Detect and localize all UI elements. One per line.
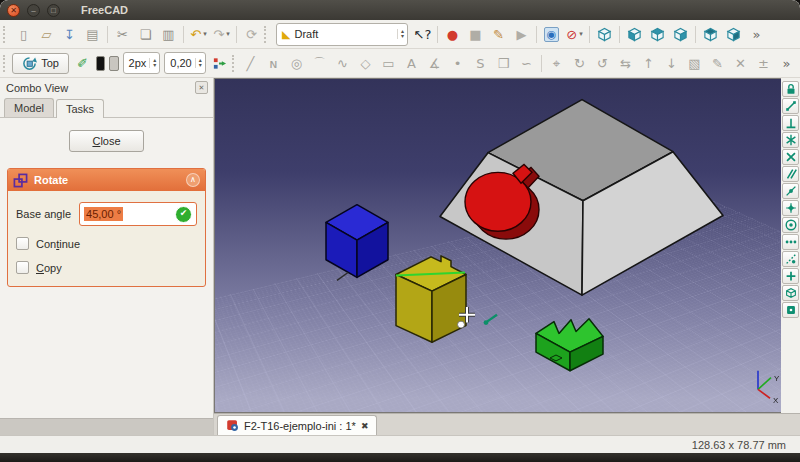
draft-rotate-icon[interactable]: ↻ [568,52,591,74]
snap-near-icon[interactable] [782,251,799,267]
draft-upgrade-icon[interactable]: ↑ [637,52,660,74]
snap-endpoint-icon[interactable] [782,98,799,114]
draft-polygon-icon[interactable]: ◇ [354,52,377,74]
top-view-icon[interactable] [646,23,669,45]
macro-record-icon[interactable]: ● [441,23,464,45]
line-color-swatch[interactable] [96,56,105,71]
refresh-icon[interactable]: ⟳ [240,23,263,45]
draft-text-icon[interactable]: A [400,52,423,74]
draft-shapestring-icon[interactable]: S [469,52,492,74]
dropdown-arrow-icon[interactable]: ▾ [203,30,207,38]
draft-bezier-icon[interactable]: ∽ [515,52,538,74]
rear-view-icon[interactable] [699,23,722,45]
apply-style-button[interactable] [208,52,231,74]
window-close-button[interactable]: ✕ [7,4,20,17]
toolbar-overflow-icon[interactable]: » [745,23,768,45]
toolbar-handle[interactable] [264,26,270,43]
macro-edit-icon[interactable]: ✎ [487,23,510,45]
panel-close-icon[interactable]: ✕ [195,81,208,94]
dropdown-arrow-icon[interactable]: ▾ [226,30,230,38]
draft-line-icon[interactable]: ╱ [239,52,262,74]
object-green-shape[interactable] [536,319,603,371]
toolbar-handle[interactable] [232,55,236,72]
draft-edit-icon[interactable]: ✎ [706,52,729,74]
line-width-spinner[interactable]: ▴ ▾ [149,58,156,68]
base-angle-input[interactable]: 45,00 ° ✔ [79,202,197,226]
spin-down-icon[interactable]: ▾ [199,63,202,68]
draft-downgrade-icon[interactable]: ↓ [660,52,683,74]
combo-spinner[interactable]: ▴ ▾ [397,29,404,39]
construction-mode-button[interactable]: ✐ [71,52,94,74]
face-color-swatch[interactable] [109,56,118,71]
continue-checkbox[interactable] [16,237,29,250]
toolbar-handle[interactable] [3,26,9,43]
object-yellow-cube[interactable] [396,256,466,342]
draft-bspline-icon[interactable]: ∿ [331,52,354,74]
draft-rectangle-icon[interactable]: ▭ [377,52,400,74]
draft-circle-icon[interactable]: ◎ [285,52,308,74]
draft-offset-icon[interactable]: ↺ [591,52,614,74]
cut-icon[interactable]: ✂ [111,23,134,45]
toolbar-overflow-icon[interactable]: » [775,52,798,74]
tab-tasks[interactable]: Tasks [56,99,104,118]
snap-workingplane-icon[interactable] [782,285,799,301]
draft-move-icon[interactable]: ⌖ [545,52,568,74]
window-minimize-button[interactable]: – [27,4,40,17]
draft-point-icon[interactable]: • [446,52,469,74]
scale-spinbox[interactable]: 0,20 ▴ ▾ [164,52,205,74]
draft-trimex-icon[interactable]: ⇆ [614,52,637,74]
selection-view-icon[interactable]: ◉ [540,23,563,45]
snap-angle-icon[interactable] [782,132,799,148]
axonometric-view-icon[interactable] [593,23,616,45]
document-tab[interactable]: F2-T16-ejemplo-ini : 1* ✖ [217,415,377,435]
redo-icon[interactable]: ↷▾ [210,23,233,45]
tab-model[interactable]: Model [4,98,54,117]
snap-parallel-icon[interactable] [782,166,799,182]
save-icon[interactable]: ↧ [58,23,81,45]
dropdown-arrow-icon[interactable]: ▾ [579,30,583,38]
draft-wire-icon[interactable]: ɴ [262,52,285,74]
3d-viewport[interactable]: Y X [214,78,781,413]
snap-ortho-icon[interactable] [782,217,799,233]
macro-stop-icon[interactable]: ■ [464,23,487,45]
snap-dimensions-icon[interactable] [782,268,799,284]
draft-dimension-icon[interactable]: ∡ [423,52,446,74]
snap-midpoint-icon[interactable] [782,183,799,199]
copy-icon[interactable]: ❏ [134,23,157,45]
close-task-button[interactable]: Close [69,130,143,152]
macro-play-icon[interactable]: ▶ [510,23,533,45]
open-file-icon[interactable]: ▱ [35,23,58,45]
draft-split-icon[interactable]: ✕ [729,52,752,74]
new-file-icon[interactable]: ▯ [12,23,35,45]
right-view-icon[interactable] [669,23,692,45]
toggle-grid-icon[interactable] [782,302,799,318]
snap-lock-icon[interactable] [782,81,799,97]
print-icon[interactable]: ▤ [81,23,104,45]
snap-special-icon[interactable] [782,200,799,216]
copy-checkbox[interactable] [16,261,29,274]
whats-this-icon[interactable]: ↖? [411,23,434,45]
window-maximize-button[interactable]: □ [47,4,60,17]
snap-perpendicular-icon[interactable] [782,115,799,131]
front-view-icon[interactable] [623,23,646,45]
working-plane-button[interactable]: Top [12,53,69,74]
snap-intersection-icon[interactable] [782,149,799,165]
draft-arc-icon[interactable]: ⌒ [308,52,331,74]
line-width-spinbox[interactable]: 2px ▴ ▾ [123,52,161,74]
bottom-view-icon[interactable] [722,23,745,45]
spin-down-icon[interactable]: ▾ [153,63,156,68]
undo-icon[interactable]: ↶▾ [187,23,210,45]
collapse-task-icon[interactable]: ∧ [186,173,200,187]
document-tab-close-icon[interactable]: ✖ [361,421,369,431]
draft-dimensions-toggle-icon[interactable]: ± [752,52,775,74]
paste-icon[interactable]: ▥ [157,23,180,45]
object-blue-cube[interactable] [326,205,388,281]
toolbar-handle[interactable] [3,55,7,72]
workbench-selector[interactable]: ◣ Draft ▴ ▾ [276,23,408,46]
appearance-icon[interactable]: ⊘▾ [563,23,586,45]
scale-spinner[interactable]: ▴ ▾ [195,58,202,68]
draft-facebinder-icon[interactable]: ❒ [492,52,515,74]
spin-down-icon[interactable]: ▾ [401,34,404,39]
draft-scale-icon[interactable]: ▧ [683,52,706,74]
snap-extension-icon[interactable] [782,234,799,250]
